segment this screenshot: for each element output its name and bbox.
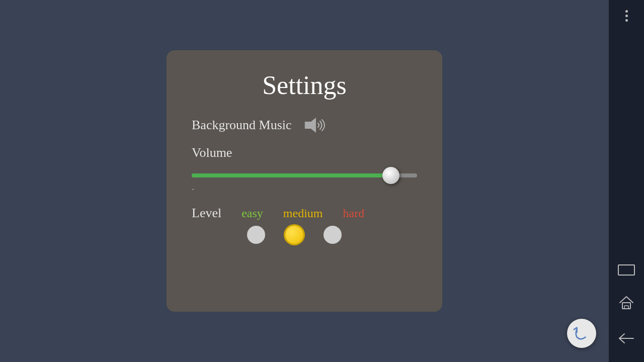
level-medium-label[interactable]: medium [283,207,323,220]
slider-thumb[interactable] [382,167,399,184]
back-icon [618,333,634,347]
radio-hard[interactable] [324,226,342,244]
slider-fill [192,173,385,177]
radio-easy[interactable] [247,226,265,244]
recent-apps-button[interactable] [618,264,635,276]
background-music-label: Background Music [192,118,292,133]
level-easy-label[interactable]: easy [242,207,263,220]
svg-marker-0 [305,118,316,133]
nav-top-menu [625,10,628,22]
radio-medium[interactable] [285,226,303,244]
more-options-button[interactable] [625,10,628,22]
volume-slider-container: - [192,165,417,186]
floating-undo-button[interactable] [567,319,596,348]
speaker-icon[interactable] [302,115,327,135]
nav-bottom-icons [618,264,635,347]
settings-card: Settings Background Music Volume - Level… [167,50,442,312]
background-music-row: Background Music [192,115,327,135]
level-section: Level easy medium hard [192,206,417,244]
home-button[interactable] [619,296,634,313]
home-icon [619,296,634,313]
back-button[interactable] [618,333,634,347]
level-radio-row [247,226,417,244]
page-title: Settings [262,70,347,100]
level-label: Level [192,206,221,221]
volume-label: Volume [192,145,232,160]
level-hard-label[interactable]: hard [343,207,365,220]
nav-bar [609,0,644,362]
slider-min-label: - [192,185,194,194]
recent-apps-icon [618,264,635,276]
undo-icon [573,326,590,340]
level-row: Level easy medium hard [192,206,417,221]
